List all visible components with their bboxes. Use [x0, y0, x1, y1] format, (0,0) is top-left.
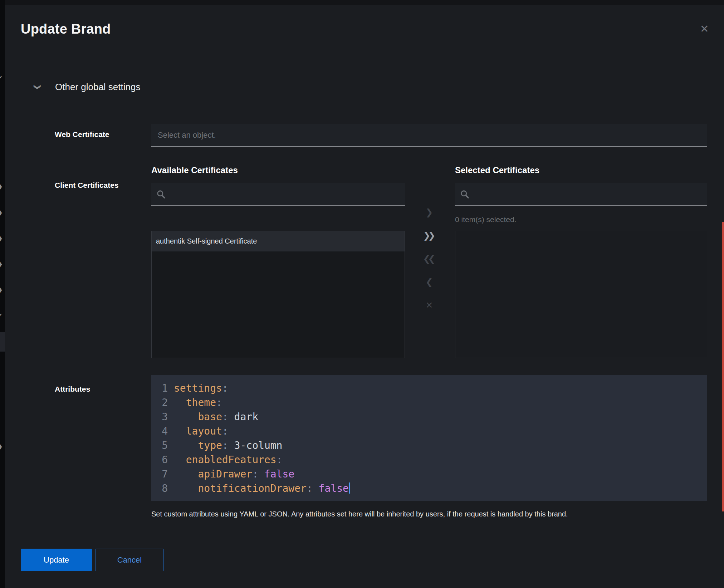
modal-title: Update Brand [21, 21, 111, 37]
search-icon [460, 190, 469, 199]
code-text: notificationDrawer: false [174, 481, 350, 496]
chevron-down-icon: ❯ [34, 83, 42, 92]
available-certificates-list: authentik Self-signed Certificate [151, 231, 405, 358]
code-text: base: dark [174, 410, 258, 424]
web-certificate-label: Web Certificate [55, 130, 109, 139]
list-item-certificate[interactable]: authentik Self-signed Certificate [152, 231, 405, 251]
cancel-button[interactable]: Cancel [95, 549, 164, 571]
background-sidebar-strip: ✓❯❯❯❯❯✓❯ [0, 0, 5, 588]
available-search [151, 183, 405, 206]
code-line: 2 theme: [151, 396, 707, 410]
code-line: 6 enabledFeatures: [151, 453, 707, 467]
check-icon: ✓ [0, 313, 5, 319]
search-icon [156, 190, 166, 199]
code-text: settings: [174, 381, 228, 396]
chevron-right-icon: ❯ [0, 210, 5, 216]
selected-search-input[interactable] [474, 190, 702, 199]
line-number: 5 [151, 438, 168, 453]
line-number: 3 [151, 410, 168, 424]
code-text: theme: [174, 396, 222, 410]
line-number: 1 [151, 381, 168, 396]
add-selected-button[interactable]: ❯ [426, 205, 433, 220]
selected-search [455, 183, 707, 206]
code-text: apiDrawer: false [174, 467, 294, 481]
code-text: layout: [174, 424, 228, 438]
code-line: 8 notificationDrawer: false [151, 481, 707, 496]
selected-count-status: 0 item(s) selected. [455, 215, 517, 224]
line-number: 8 [151, 481, 168, 496]
update-button[interactable]: Update [21, 549, 92, 571]
chevron-right-icon: ❯ [0, 235, 5, 242]
chevron-right-icon: ❯ [0, 287, 5, 293]
selected-certificates-header: Selected Certificates [455, 165, 539, 175]
code-line: 5 type: 3-column [151, 438, 707, 453]
danger-edge-strip [722, 222, 724, 511]
attributes-help-text: Set custom attributes using YAML or JSON… [151, 510, 716, 518]
section-toggle-label: Other global settings [55, 82, 140, 93]
remove-selected-button[interactable]: ❮ [426, 275, 433, 289]
add-all-button[interactable]: ❯❯ [423, 229, 436, 243]
sidebar-active-row-fragment [0, 332, 5, 352]
code-line: 7 apiDrawer: false [151, 467, 707, 481]
line-number: 2 [151, 396, 168, 410]
code-text: enabledFeatures: [174, 453, 282, 467]
web-certificate-select-input[interactable] [151, 124, 707, 147]
code-line: 4 layout: [151, 424, 707, 438]
available-certificates-header: Available Certificates [151, 165, 238, 175]
check-icon: ✓ [0, 75, 5, 82]
code-line: 3 base: dark [151, 410, 707, 424]
client-certificates-label: Client Certificates [55, 181, 119, 190]
attributes-label: Attributes [55, 385, 90, 393]
remove-all-button[interactable]: ❮❮ [423, 252, 436, 266]
attributes-code-editor[interactable]: 1settings:2 theme:3 base: dark4 layout:5… [151, 375, 707, 501]
update-brand-modal: Update Brand ✕ ❯ Other global settings W… [5, 5, 724, 588]
close-icon[interactable]: ✕ [700, 24, 709, 34]
available-search-input[interactable] [170, 190, 400, 199]
chevron-right-icon: ❯ [0, 261, 5, 268]
selected-certificates-list [455, 231, 707, 358]
section-toggle-other-global-settings[interactable]: ❯ Other global settings [33, 82, 140, 93]
chevron-right-icon: ❯ [0, 183, 5, 190]
text-cursor [349, 482, 350, 494]
code-line: 1settings: [151, 381, 707, 396]
line-number: 6 [151, 453, 168, 467]
line-number: 7 [151, 467, 168, 481]
code-text: type: 3-column [174, 438, 282, 453]
remove-chosen-button[interactable]: ✕ [426, 298, 433, 313]
line-number: 4 [151, 424, 168, 438]
chevron-right-icon: ❯ [0, 444, 5, 450]
transfer-controls: ❯❯❯❮❮❮✕ [415, 205, 444, 322]
